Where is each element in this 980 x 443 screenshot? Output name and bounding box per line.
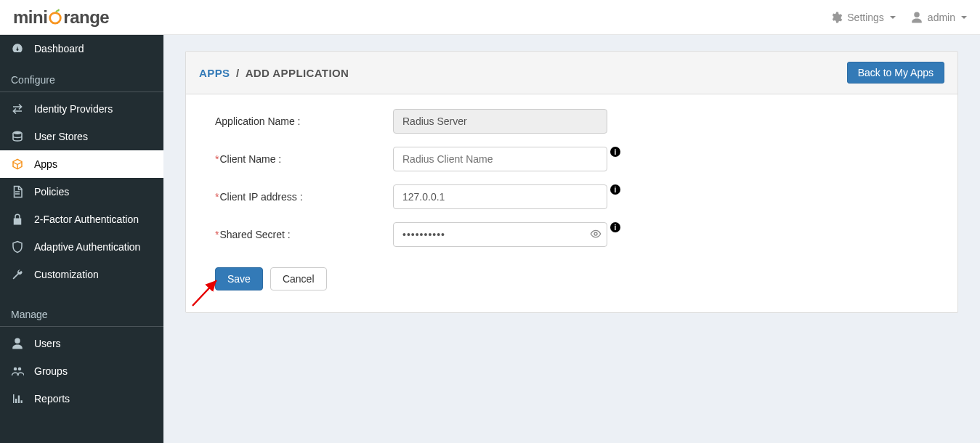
row-client-ip: *Client IP address : i [215, 184, 928, 209]
svg-point-1 [13, 131, 22, 135]
settings-menu[interactable]: Settings [830, 11, 896, 24]
cancel-button[interactable]: Cancel [270, 267, 327, 290]
user-label: admin [928, 12, 955, 23]
logo: minirange [13, 7, 109, 28]
row-shared-secret: *Shared Secret : i [215, 222, 928, 247]
breadcrumb: APPS / ADD APPLICATION [199, 67, 349, 79]
breadcrumb-current: ADD APPLICATION [246, 67, 349, 79]
info-icon[interactable]: i [610, 184, 620, 195]
row-app-name: Application Name : [215, 109, 928, 134]
svg-point-2 [14, 367, 17, 371]
sidebar-section-manage: Manage [0, 301, 163, 327]
user-icon [910, 11, 923, 24]
client-name-input[interactable] [393, 147, 607, 171]
gear-icon [830, 11, 843, 24]
shared-secret-label: *Shared Secret : [215, 229, 393, 240]
form-actions: Save Cancel [215, 267, 928, 290]
app-name-label: Application Name : [215, 115, 393, 127]
user-menu[interactable]: admin [910, 11, 967, 24]
sidebar-item-2fa[interactable]: 2-Factor Authentication [0, 206, 163, 233]
panel-body: Application Name : *Client Name : i *Cli… [186, 94, 957, 312]
sidebar-item-label: User Stores [34, 131, 88, 142]
client-name-label: *Client Name : [215, 153, 393, 165]
sidebar-item-apps[interactable]: Apps [0, 150, 163, 178]
sidebar-item-label: Policies [34, 186, 69, 198]
reveal-password-icon[interactable] [590, 228, 602, 240]
save-button[interactable]: Save [215, 267, 263, 290]
top-right: Settings admin [830, 11, 967, 24]
sidebar-item-label: Dashboard [34, 43, 84, 54]
back-to-apps-button[interactable]: Back to My Apps [847, 62, 944, 84]
top-bar: minirange Settings admin [0, 0, 980, 35]
settings-label: Settings [847, 12, 884, 23]
breadcrumb-apps-link[interactable]: APPS [199, 67, 230, 79]
user-icon [11, 337, 24, 350]
sidebar-item-label: Customization [34, 269, 99, 280]
sidebar-item-user-stores[interactable]: User Stores [0, 123, 163, 150]
sidebar-item-label: Adaptive Authentication [34, 241, 140, 253]
sidebar-section-configure: Configure [0, 67, 163, 92]
sidebar-item-reports[interactable]: Reports [0, 385, 163, 412]
svg-point-3 [18, 367, 22, 371]
app-name-input [393, 109, 607, 134]
info-icon[interactable]: i [610, 222, 620, 232]
sidebar-item-dashboard[interactable]: Dashboard [0, 35, 163, 62]
exchange-icon [11, 102, 24, 115]
panel-header: APPS / ADD APPLICATION Back to My Apps [186, 52, 957, 94]
sidebar-item-users[interactable]: Users [0, 330, 163, 357]
sidebar-item-label: Reports [34, 393, 70, 405]
dashboard-icon [11, 42, 24, 55]
logo-orange-icon [47, 7, 63, 28]
sidebar-item-label: Groups [34, 365, 68, 377]
bar-chart-icon [11, 392, 24, 405]
sidebar-item-policies[interactable]: Policies [0, 178, 163, 206]
svg-point-0 [50, 12, 61, 23]
svg-point-4 [594, 232, 597, 235]
caret-down-icon [961, 16, 967, 19]
users-icon [11, 365, 24, 378]
database-icon [11, 130, 24, 143]
lock-icon [11, 213, 24, 226]
sidebar-item-adaptive-auth[interactable]: Adaptive Authentication [0, 233, 163, 261]
breadcrumb-separator: / [236, 67, 240, 79]
main-area: APPS / ADD APPLICATION Back to My Apps A… [163, 35, 980, 443]
caret-down-icon [890, 16, 896, 19]
info-icon[interactable]: i [610, 147, 620, 157]
sidebar-item-label: Apps [34, 158, 57, 170]
sidebar-item-identity-providers[interactable]: Identity Providers [0, 95, 163, 123]
cube-icon [11, 158, 24, 171]
shared-secret-input[interactable] [393, 222, 607, 247]
sidebar-item-label: Users [34, 338, 61, 349]
client-ip-input[interactable] [393, 184, 607, 209]
sidebar-item-label: Identity Providers [34, 103, 113, 115]
document-icon [11, 185, 24, 198]
row-client-name: *Client Name : i [215, 147, 928, 171]
sidebar-item-customization[interactable]: Customization [0, 261, 163, 288]
sidebar-item-groups[interactable]: Groups [0, 357, 163, 385]
client-ip-label: *Client IP address : [215, 191, 393, 203]
panel: APPS / ADD APPLICATION Back to My Apps A… [185, 51, 958, 313]
shield-icon [11, 240, 24, 253]
wrench-icon [11, 268, 24, 281]
sidebar-item-label: 2-Factor Authentication [34, 214, 139, 225]
sidebar: Dashboard Configure Identity Providers U… [0, 35, 163, 443]
